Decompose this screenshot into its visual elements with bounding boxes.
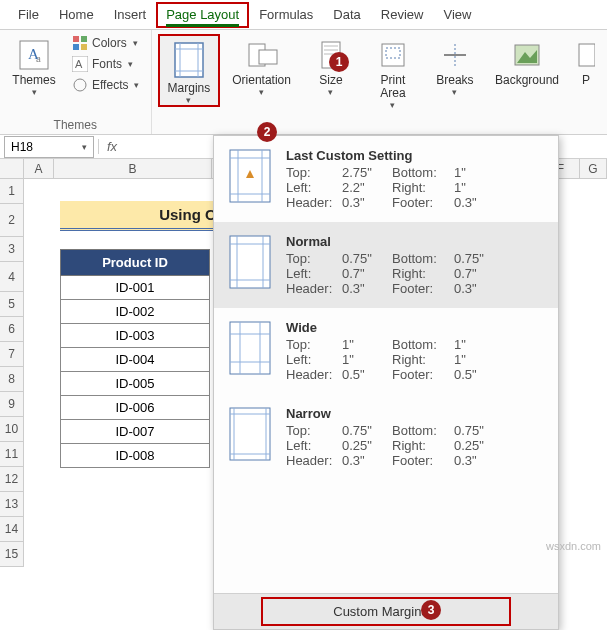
svg-rect-5 [73, 44, 79, 50]
chevron-down-icon: ▾ [133, 38, 138, 48]
effects-button[interactable]: Effects▾ [68, 76, 143, 94]
print-area-icon [376, 38, 410, 72]
tab-review[interactable]: Review [371, 2, 434, 28]
chevron-down-icon: ▾ [186, 95, 191, 105]
table-cell[interactable]: ID-001 [60, 276, 210, 300]
themes-button[interactable]: A a Themes ▾ [6, 34, 62, 97]
chevron-down-icon: ▾ [259, 87, 264, 97]
tab-insert[interactable]: Insert [104, 2, 157, 28]
breaks-icon [438, 38, 472, 72]
row-header[interactable]: 5 [0, 292, 24, 317]
chevron-down-icon: ▾ [452, 87, 457, 97]
partial-icon [577, 38, 595, 72]
colors-button[interactable]: Colors▾ [68, 34, 143, 52]
svg-rect-3 [73, 36, 79, 42]
row-header[interactable]: 7 [0, 342, 24, 367]
row-header[interactable]: 12 [0, 467, 24, 492]
chevron-down-icon: ▾ [134, 80, 139, 90]
chevron-down-icon: ▾ [390, 100, 395, 110]
svg-rect-24 [579, 44, 595, 66]
row-header[interactable]: 10 [0, 417, 24, 442]
chevron-down-icon: ▾ [82, 142, 87, 152]
table-cell[interactable]: ID-008 [60, 444, 210, 468]
margins-button[interactable]: Margins ▾ [158, 34, 221, 107]
margins-label: Margins [168, 82, 211, 95]
name-box[interactable]: H18 ▾ [4, 136, 94, 158]
svg-rect-4 [81, 36, 87, 42]
svg-rect-16 [259, 50, 277, 64]
margins-icon [172, 40, 206, 80]
margins-option-narrow[interactable]: Narrow Top:0.75"Bottom:0.75" Left:0.25"R… [214, 394, 558, 480]
row-headers: 1 2 3 4 5 6 7 8 9 10 11 12 13 14 15 [0, 179, 24, 567]
colors-icon [72, 35, 88, 51]
chevron-down-icon: ▾ [32, 87, 37, 97]
ribbon-tabs: File Home Insert Page Layout Formulas Da… [0, 0, 607, 30]
preset-title: Normal [286, 234, 546, 249]
margins-preset-icon [228, 406, 272, 462]
chevron-down-icon: ▾ [328, 87, 333, 97]
tab-formulas[interactable]: Formulas [249, 2, 323, 28]
partial-button[interactable]: P [571, 34, 601, 87]
annotation-marker-2: 2 [257, 122, 277, 142]
svg-rect-6 [81, 44, 87, 50]
row-header[interactable]: 8 [0, 367, 24, 392]
watermark: wsxdn.com [546, 540, 601, 552]
row-header[interactable]: 13 [0, 492, 24, 517]
annotation-marker-3: 3 [421, 600, 441, 620]
col-header-a[interactable]: A [24, 159, 54, 178]
table-header: Product ID [60, 249, 210, 276]
custom-margins-label: Custom Margins... [261, 597, 510, 626]
print-area-button[interactable]: Print Area ▾ [365, 34, 421, 110]
table-cell[interactable]: ID-002 [60, 300, 210, 324]
table-cell[interactable]: ID-005 [60, 372, 210, 396]
svg-text:A: A [75, 58, 83, 70]
size-label: Size [319, 74, 342, 87]
tab-data[interactable]: Data [323, 2, 370, 28]
svg-point-9 [74, 79, 86, 91]
custom-margins-item[interactable]: Custom Margins... [214, 593, 558, 629]
row-header[interactable]: 15 [0, 542, 24, 567]
table-cell[interactable]: ID-006 [60, 396, 210, 420]
fonts-button[interactable]: A Fonts▾ [68, 55, 143, 73]
group-themes: A a Themes ▾ Colors▾ A Fonts▾ Effects▾ [0, 30, 152, 134]
svg-rect-41 [230, 408, 270, 460]
preset-title: Wide [286, 320, 546, 335]
tab-view[interactable]: View [433, 2, 481, 28]
row-header[interactable]: 9 [0, 392, 24, 417]
row-header[interactable]: 6 [0, 317, 24, 342]
preset-title: Last Custom Setting [286, 148, 546, 163]
margins-option-last-custom[interactable]: Last Custom Setting Top:2.75"Bottom:1" L… [214, 136, 558, 222]
ribbon: A a Themes ▾ Colors▾ A Fonts▾ Effects▾ [0, 30, 607, 135]
group-page-setup: Margins ▾ Orientation ▾ Size ▾ Print Are… [152, 30, 607, 134]
effects-label: Effects [92, 78, 128, 92]
tab-home[interactable]: Home [49, 2, 104, 28]
row-header[interactable]: 4 [0, 262, 24, 292]
select-all-corner[interactable] [0, 159, 24, 178]
table-cell[interactable]: ID-003 [60, 324, 210, 348]
table-cell[interactable]: ID-007 [60, 420, 210, 444]
col-header-b[interactable]: B [54, 159, 212, 178]
orientation-button[interactable]: Orientation ▾ [226, 34, 297, 97]
row-header[interactable]: 3 [0, 237, 24, 262]
effects-icon [72, 77, 88, 93]
background-label: Background [495, 74, 559, 87]
partial-label: P [582, 74, 590, 87]
tab-page-layout[interactable]: Page Layout [156, 2, 249, 28]
table-cell[interactable]: ID-004 [60, 348, 210, 372]
col-header-g[interactable]: G [580, 159, 607, 178]
themes-icon: A a [17, 38, 51, 72]
name-box-value: H18 [11, 140, 33, 154]
tab-file[interactable]: File [8, 2, 49, 28]
fx-label[interactable]: fx [98, 139, 125, 154]
breaks-button[interactable]: Breaks ▾ [427, 34, 483, 97]
row-header[interactable]: 1 [0, 179, 24, 204]
background-button[interactable]: Background [489, 34, 565, 87]
margins-option-wide[interactable]: Wide Top:1"Bottom:1" Left:1"Right:1" Hea… [214, 308, 558, 394]
margins-option-normal[interactable]: Normal Top:0.75"Bottom:0.75" Left:0.7"Ri… [214, 222, 558, 308]
row-header[interactable]: 14 [0, 517, 24, 542]
margins-preset-icon [228, 234, 272, 290]
margins-preset-icon [228, 148, 272, 204]
print-area-label: Print Area [380, 74, 405, 100]
row-header[interactable]: 2 [0, 204, 24, 237]
row-header[interactable]: 11 [0, 442, 24, 467]
